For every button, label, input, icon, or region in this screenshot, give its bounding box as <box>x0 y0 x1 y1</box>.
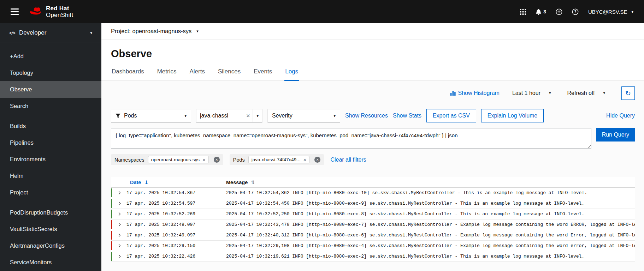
chevron-down-icon[interactable]: ▾ <box>253 109 262 122</box>
clear-all-filters-link[interactable]: Clear all filters <box>330 157 366 163</box>
redhat-icon <box>29 7 42 17</box>
nav-toggle-button[interactable] <box>10 7 19 17</box>
sidebar-item-helm[interactable]: Helm <box>0 168 101 184</box>
severity-indicator <box>111 252 112 261</box>
log-message: 2025-04-17 10:32:54,862 INFO [http-nio-8… <box>226 190 635 195</box>
tab-logs[interactable]: Logs <box>284 68 299 81</box>
table-row: 17 apr. 2025 10:32:54.867 2025-04-17 10:… <box>111 188 635 198</box>
sidebar-item-vaultstaticsecrets[interactable]: VaultStaticSecrets <box>0 221 101 237</box>
date-column-header[interactable]: Date ↓ <box>126 180 226 185</box>
attribute-filter-select[interactable]: Pods ▾ <box>111 109 191 122</box>
username: UBYC@RSV.SE <box>588 9 627 15</box>
log-message: 2025-04-17 10:32:52,250 INFO [http-nio-8… <box>226 211 635 217</box>
chevron-down-icon: ▾ <box>333 114 336 118</box>
histogram-icon <box>450 91 456 96</box>
export-csv-button[interactable]: Export as CSV <box>426 109 476 122</box>
table-row: 17 apr. 2025 10:32:49.097 2025-04-17 10:… <box>111 219 635 230</box>
remove-chip-group-button[interactable]: × <box>214 157 220 163</box>
explain-log-volume-button[interactable]: Explain Log Volume <box>481 109 544 122</box>
chevron-right-icon <box>117 191 120 195</box>
sidebar-item-builds[interactable]: Builds <box>0 118 101 134</box>
run-query-button[interactable]: Run Query <box>596 128 635 141</box>
tab-events[interactable]: Events <box>253 68 273 81</box>
log-timestamp: 17 apr. 2025 10:32:22.426 <box>126 254 226 259</box>
sidebar-item-poddisruptionbudgets[interactable]: PodDisruptionBudgets <box>0 204 101 221</box>
expand-row-button[interactable] <box>111 241 126 251</box>
tab-dashboards[interactable]: Dashboards <box>111 68 145 81</box>
sidebar-item-observe[interactable]: Observe <box>0 81 101 98</box>
show-resources-link[interactable]: Show Resources <box>345 113 388 119</box>
log-message: 2025-04-17 10:32:29,108 INFO [http-nio-8… <box>226 243 635 248</box>
refresh-button[interactable]: ↻ <box>621 86 635 100</box>
sort-icon: ⇅ <box>251 180 255 185</box>
page-title: Observe <box>101 40 644 60</box>
severity-indicator <box>111 199 112 208</box>
log-timestamp: 17 apr. 2025 10:32:49.097 <box>126 222 226 227</box>
user-menu[interactable]: UBYC@RSV.SE ▾ <box>588 9 633 15</box>
sidebar-item-pipelines[interactable]: Pipelines <box>0 134 101 151</box>
expand-row-button[interactable] <box>111 188 126 198</box>
remove-chip-group-button[interactable]: × <box>314 157 320 163</box>
sidebar: </> Developer ▾ +Add Topology Observe Se… <box>0 23 101 271</box>
chevron-down-icon: ▾ <box>90 31 92 35</box>
chip: openroast-magnus-sys × <box>148 156 209 163</box>
message-column-header[interactable]: Message ⇅ <box>226 180 635 185</box>
remove-chip-icon[interactable]: × <box>202 157 206 162</box>
chip-value: java-chassi-74f47c49... <box>252 157 301 162</box>
notifications-button[interactable]: 3 <box>536 9 546 15</box>
tab-alerts[interactable]: Alerts <box>189 68 205 81</box>
log-message: 2025-04-17 10:32:19,621 INFO [http-nio-8… <box>226 254 635 259</box>
apps-button[interactable] <box>520 9 526 15</box>
log-table: Date ↓ Message ⇅ 17 apr. 2025 10:32:54.8… <box>111 177 635 262</box>
plus-circle-icon <box>556 8 562 15</box>
active-filters: Namespaces openroast-magnus-sys × × Pods… <box>111 154 635 165</box>
severity-select[interactable]: Severity ▾ <box>267 109 340 122</box>
chevron-right-icon <box>117 244 120 248</box>
project-selector[interactable]: Project: openroast-magnus-sys ▾ <box>101 23 644 40</box>
chevron-down-icon: ▾ <box>631 10 633 14</box>
sidebar-item-search[interactable]: Search <box>0 98 101 114</box>
table-row: 17 apr. 2025 10:32:29.150 2025-04-17 10:… <box>111 241 635 251</box>
expand-row-button[interactable] <box>111 209 126 219</box>
expand-row-button[interactable] <box>111 198 126 209</box>
perspective-switcher[interactable]: </> Developer ▾ <box>0 23 101 42</box>
sidebar-item-servicemonitors[interactable]: ServiceMonitors <box>0 254 101 271</box>
remove-chip-icon[interactable]: × <box>303 157 307 162</box>
refresh-interval-select[interactable]: Refresh off ▾ <box>564 88 609 99</box>
chevron-right-icon <box>117 212 120 216</box>
query-input[interactable]: { log_type="application", kubernetes_nam… <box>111 128 591 149</box>
sync-icon: ↻ <box>625 89 631 97</box>
expand-row-button[interactable] <box>111 230 126 240</box>
brand-logo[interactable]: Red Hat OpenShift <box>29 5 73 18</box>
chevron-right-icon <box>117 223 120 227</box>
pods-search-input[interactable] <box>200 113 243 119</box>
chip: java-chassi-74f47c49... × <box>248 156 310 163</box>
severity-indicator <box>111 220 112 229</box>
sidebar-item-topology[interactable]: Topology <box>0 65 101 81</box>
add-button[interactable] <box>556 8 562 15</box>
clear-search-icon[interactable]: × <box>246 112 250 120</box>
sidebar-item-add[interactable]: +Add <box>0 48 101 65</box>
time-range-select[interactable]: Last 1 hour ▾ <box>509 88 555 99</box>
table-row: 17 apr. 2025 10:32:52.269 2025-04-17 10:… <box>111 209 635 219</box>
show-stats-link[interactable]: Show Stats <box>393 113 421 119</box>
hide-query-link[interactable]: Hide Query <box>606 113 635 119</box>
sidebar-item-alertmanagerconfigs[interactable]: AlertmanagerConfigs <box>0 237 101 254</box>
tab-silences[interactable]: Silences <box>217 68 241 81</box>
severity-indicator <box>111 231 112 240</box>
expand-row-button[interactable] <box>111 219 126 230</box>
pods-search-combobox[interactable]: × ▾ <box>196 109 262 122</box>
help-button[interactable]: ? <box>572 8 579 15</box>
severity-indicator <box>111 188 112 197</box>
chevron-right-icon <box>117 202 120 205</box>
sidebar-item-project[interactable]: Project <box>0 184 101 201</box>
notification-count-badge: 3 <box>543 9 546 14</box>
times-circle-icon: × <box>314 157 320 163</box>
show-histogram-link[interactable]: Show Histogram <box>450 90 500 96</box>
tab-metrics[interactable]: Metrics <box>156 68 177 81</box>
expand-row-button[interactable] <box>111 251 126 261</box>
table-row: 17 apr. 2025 10:32:49.097 2025-04-17 10:… <box>111 230 635 241</box>
log-timestamp: 17 apr. 2025 10:32:54.597 <box>126 201 226 206</box>
sidebar-item-environments[interactable]: Environments <box>0 151 101 168</box>
log-timestamp: 17 apr. 2025 10:32:49.097 <box>126 233 226 238</box>
